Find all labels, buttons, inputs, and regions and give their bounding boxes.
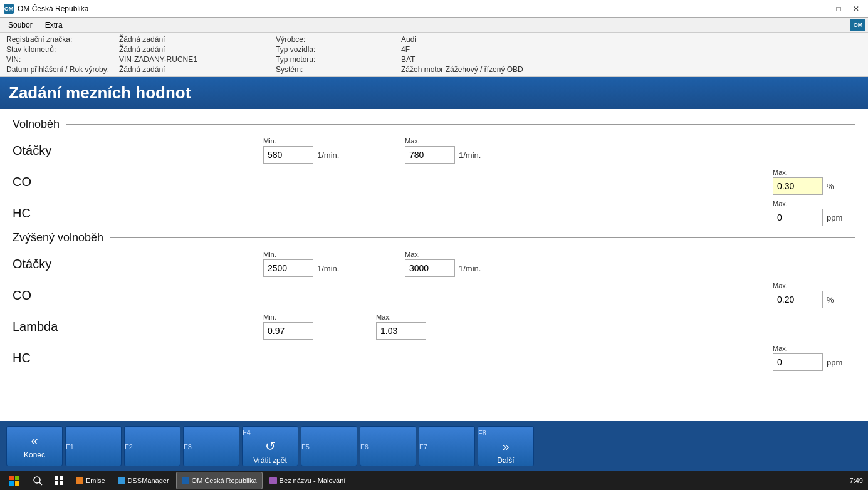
row-zvyseny-co: CO Max. % [13,282,855,308]
page-header: Zadání mezních hodnot [0,77,868,109]
section-zvyseny-title: Zvýšený volnoběh [13,231,103,244]
app-logo: OM [850,19,865,31]
malovani-dot [269,477,277,484]
zvyseny-lambda-min-label: Min. [263,313,276,321]
emise-label: Emise [86,477,105,484]
toolbar-dalsi-button[interactable]: F8 » Další [478,426,534,466]
volnobeh-otacky-min-section: Min. 1/min. [263,137,342,164]
row-volnobeh-co: CO Max. % [13,169,855,195]
menu-extra[interactable]: Extra [39,19,68,31]
taskbar-om-ceska[interactable]: OM Česká Republika [176,472,263,489]
f4-fn-label: F4 [243,429,251,436]
volnobeh-otacky-min-input[interactable] [263,146,313,164]
label-registracni: Registrační značka: [6,35,119,44]
zvyseny-co-max-input[interactable] [773,291,823,308]
label-datum: Datum přihlášení / Rok výroby: [6,65,119,74]
section-volnobeh: Volnoběh [13,118,855,131]
volnobeh-co-max-label: Max. [773,169,788,176]
volnobeh-otacky-max-section: Max. 1/min. [405,137,484,164]
toolbar-f5-button[interactable]: F5 [301,426,357,466]
volnobeh-hc-max-input[interactable] [773,209,823,226]
dalsi-label: Další [497,456,514,465]
taskbar-search-icon[interactable] [28,472,48,489]
zvyseny-lambda-min-input[interactable] [263,322,313,340]
f6-fn-label: F6 [360,443,369,451]
start-button[interactable] [3,472,26,489]
close-button[interactable]: ✕ [848,3,864,15]
toolbar-f6-button[interactable]: F6 [360,426,416,466]
label-typ-motoru: Typ motoru: [276,55,401,64]
section-zvyseny-line [110,237,855,238]
f7-fn-label: F7 [419,443,427,451]
volnobeh-otacky-max-label: Max. [405,137,420,145]
label-zvyseny-hc: HC [13,351,138,365]
malovani-label: Bez názvu - Malování [280,477,346,484]
label-stav: Stav kilometrů: [6,45,119,54]
row-zvyseny-hc: HC Max. ppm [13,345,855,371]
f2-fn-label: F2 [125,443,133,451]
taskbar: Emise DSSManager OM Česká Republika Bez … [0,471,868,490]
f1-fn-label: F1 [66,443,74,451]
page-title: Zadání mezních hodnot [9,83,191,102]
title-bar: OM OM Česká Republika ─ □ ✕ [0,0,868,18]
zvyseny-co-max-label: Max. [773,282,788,289]
svg-rect-8 [55,481,58,485]
label-vin: VIN: [6,55,119,64]
menu-bar: Soubor Extra OM [0,18,868,33]
taskbar-dssmanager[interactable]: DSSManager [112,472,175,489]
toolbar-f1-button[interactable]: F1 [65,426,122,466]
toolbar-f2-button[interactable]: F2 [124,426,180,466]
minimize-button[interactable]: ─ [813,3,829,15]
taskbar-emise[interactable]: Emise [70,472,111,489]
svg-line-5 [39,482,42,485]
toolbar-konec-button[interactable]: « Konec [6,426,63,466]
emise-dot [76,477,83,484]
label-volnobeh-co: CO [13,175,138,189]
svg-rect-2 [9,481,14,486]
toolbar-f3-button[interactable]: F3 [183,426,239,466]
section-zvyseny: Zvýšený volnoběh [13,231,855,244]
zvyseny-co-max-unit: % [827,295,852,305]
f5-fn-label: F5 [301,443,310,451]
dss-label: DSSManager [128,477,169,484]
label-zvyseny-lambda: Lambda [13,320,138,334]
zvyseny-otacky-max-input[interactable] [405,259,455,277]
volnobeh-hc-max-unit: ppm [827,213,852,222]
zvyseny-otacky-min-section: Min. 1/min. [263,251,342,277]
vratit-icon: ↺ [265,439,276,454]
volnobeh-co-max-input[interactable] [773,177,823,195]
value-datum: Žádná zadání [119,65,276,74]
taskbar-task-view-icon[interactable] [49,472,69,489]
label-typ-vozidla: Typ vozidla: [276,45,401,54]
om-dot [182,477,189,484]
zvyseny-otacky-min-input[interactable] [263,259,313,277]
label-zvyseny-otacky: Otáčky [13,257,138,271]
menu-soubor[interactable]: Soubor [3,19,38,31]
om-label: OM Česká Republika [192,477,257,484]
vratit-label: Vrátit zpět [253,456,287,465]
svg-rect-9 [60,481,63,485]
zvyseny-lambda-min-section: Min. [263,313,313,340]
zvyseny-hc-max-section: Max. ppm [773,345,852,371]
zvyseny-otacky-max-unit: 1/min. [459,264,484,273]
konec-icon: « [31,434,38,448]
zvyseny-hc-max-input[interactable] [773,353,823,371]
konec-label: Konec [24,451,45,459]
maximize-button[interactable]: □ [830,3,847,15]
svg-rect-1 [15,476,19,480]
taskbar-malovani[interactable]: Bez názvu - Malování [264,472,352,489]
taskbar-clock: 7:49 [850,477,865,484]
zvyseny-hc-max-unit: ppm [827,358,852,367]
zvyseny-otacky-max-section: Max. 1/min. [405,251,484,277]
volnobeh-hc-max-section: Max. ppm [773,200,852,226]
row-volnobeh-hc: HC Max. ppm [13,200,855,226]
taskbar-time: 7:49 [850,477,863,484]
label-vyrobce: Výrobce: [276,35,401,44]
value-registracni: Žádná zadání [119,35,276,44]
zvyseny-lambda-max-input[interactable] [376,322,426,340]
volnobeh-otacky-max-input[interactable] [405,146,455,164]
toolbar-vratit-button[interactable]: F4 ↺ Vrátit zpět [242,426,298,466]
zvyseny-otacky-max-label: Max. [405,251,420,258]
toolbar-f7-button[interactable]: F7 [419,426,475,466]
label-volnobeh-otacky: Otáčky [13,143,138,158]
